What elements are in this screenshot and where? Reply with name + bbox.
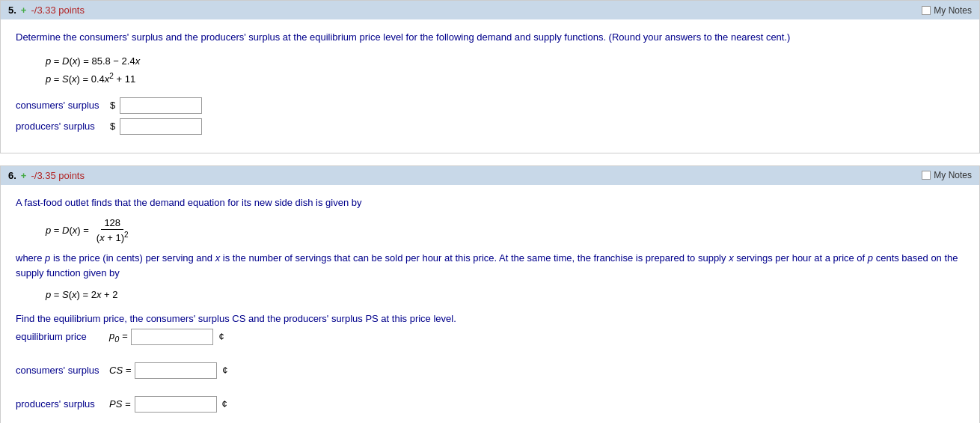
- question-5-text: Determine the consumers' surplus and the…: [16, 30, 964, 45]
- equilibrium-price-row: equilibrium price p0 = ¢: [16, 329, 964, 345]
- question-6: 6. + -/3.35 points My Notes A fast-food …: [0, 165, 980, 423]
- fraction-display: 128 (x + 1)2: [94, 217, 132, 243]
- question-6-text: A fast-food outlet finds that the demand…: [16, 195, 964, 210]
- equilibrium-price-label: equilibrium price: [16, 331, 105, 342]
- producers-surplus-row-6: producers' surplus PS = ¢: [16, 396, 964, 413]
- question-5-points: -/3.33 points: [31, 4, 85, 16]
- fraction-prefix: p = D(x) =: [46, 225, 89, 236]
- question-6-header: 6. + -/3.35 points My Notes: [1, 166, 979, 185]
- equilibrium-price-input[interactable]: [131, 329, 213, 345]
- question-5-my-notes[interactable]: My Notes: [922, 5, 972, 16]
- equilibrium-price-var: p0 =: [109, 330, 127, 344]
- producers-surplus-input-5[interactable]: [120, 118, 202, 135]
- supply-text-6: where p is the price (in cents) per serv…: [16, 251, 964, 280]
- question-6-points: -/3.35 points: [31, 170, 85, 181]
- producers-surplus-label-6: producers' surplus: [16, 398, 105, 410]
- question-6-body: A fast-food outlet finds that the demand…: [1, 185, 979, 423]
- consumers-surplus-input-6[interactable]: [135, 362, 217, 379]
- question-6-icon: +: [21, 170, 27, 181]
- consumers-surplus-row-6: consumers' surplus CS = ¢: [16, 362, 964, 379]
- question-5-formula1: p = D(x) = 85.8 − 2.4x: [46, 52, 964, 70]
- find-text-6: Find the equilibrium price, the consumer…: [16, 313, 964, 324]
- supply-formula-text: p = S(x) = 2x + 2: [46, 289, 118, 300]
- supply-formula-6: p = S(x) = 2x + 2: [46, 286, 964, 303]
- fraction-numerator: 128: [101, 217, 123, 230]
- my-notes-5-label: My Notes: [934, 5, 972, 16]
- equilibrium-price-unit: ¢: [218, 331, 224, 342]
- my-notes-6-label: My Notes: [934, 170, 972, 180]
- question-5-body: Determine the consumers' surplus and the…: [1, 19, 979, 153]
- question-5-formulas: p = D(x) = 85.8 − 2.4x p = S(x) = 0.4x2 …: [46, 52, 964, 88]
- my-notes-6-checkbox[interactable]: [922, 171, 931, 180]
- question-6-header-left: 6. + -/3.35 points: [8, 170, 85, 181]
- producers-surplus-input-6[interactable]: [135, 396, 217, 413]
- question-6-number: 6.: [8, 170, 16, 181]
- producers-surplus-unit-6: ¢: [222, 398, 227, 410]
- consumers-surplus-var-6: CS =: [109, 365, 131, 376]
- question-5-header-left: 5. + -/3.33 points: [8, 4, 85, 16]
- question-5-header: 5. + -/3.33 points My Notes: [1, 1, 979, 19]
- consumers-surplus-label-6: consumers' surplus: [16, 365, 105, 376]
- question-5: 5. + -/3.33 points My Notes Determine th…: [0, 0, 980, 153]
- question-5-icon: +: [21, 4, 27, 16]
- producers-surplus-var-6: PS =: [109, 398, 131, 410]
- consumers-surplus-label-5: consumers' surplus: [16, 100, 105, 111]
- question-5-formula2: p = S(x) = 0.4x2 + 11: [46, 70, 964, 88]
- consumers-surplus-row-5: consumers' surplus $: [16, 97, 964, 114]
- fraction-denominator: (x + 1)2: [94, 230, 132, 243]
- question-6-my-notes[interactable]: My Notes: [922, 170, 972, 180]
- consumers-surplus-unit-6: ¢: [222, 365, 227, 376]
- producers-surplus-label-5: producers' surplus: [16, 121, 105, 132]
- consumers-surplus-input-5[interactable]: [120, 97, 202, 114]
- producers-surplus-row-5: producers' surplus $: [16, 118, 964, 135]
- my-notes-5-checkbox[interactable]: [922, 6, 931, 15]
- consumers-currency-5: $: [110, 100, 115, 111]
- producers-currency-5: $: [110, 121, 115, 132]
- question-5-number: 5.: [8, 4, 16, 16]
- question-6-fraction: p = D(x) = 128 (x + 1)2: [46, 217, 964, 243]
- fraction-equation: p = D(x) = 128 (x + 1)2: [46, 217, 964, 243]
